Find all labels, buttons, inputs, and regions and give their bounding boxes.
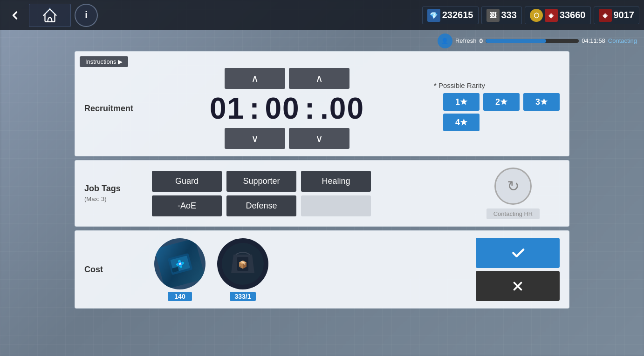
gray-badge: 🖼 333 <box>481 7 522 24</box>
cost-2-amount: 333/1 <box>230 292 255 301</box>
rarity-1-button[interactable]: 1★ <box>443 93 480 111</box>
cost-icon-inner-1: 💠 <box>154 238 206 289</box>
tag-empty-button <box>301 195 371 216</box>
refresh-section: 👤 Refresh 0 04:11:58 Contacting <box>438 34 637 48</box>
gold-value: 33660 <box>560 10 586 20</box>
tag-supporter-button[interactable]: Supporter <box>226 171 296 192</box>
action-buttons <box>476 238 560 301</box>
time-minutes: 00 <box>265 91 300 126</box>
hours-up-button[interactable]: ∧ <box>225 68 285 89</box>
lmd-value: 232615 <box>442 10 473 20</box>
svg-point-1 <box>52 10 54 12</box>
red-icon: ◈ <box>545 9 558 22</box>
progress-bar <box>486 39 579 43</box>
time-down-row: ∨ ∨ <box>225 128 349 149</box>
recruitment-label: Recruitment <box>84 104 145 114</box>
main-content: Instructions ▶ Recruitment ∧ ∧ 01 : 00 :… <box>75 51 569 347</box>
svg-text:📦: 📦 <box>238 260 247 269</box>
cost-item-2: 📦 333/1 <box>217 238 268 301</box>
instructions-button[interactable]: Instructions ▶ <box>80 56 128 67</box>
contacting-hr-label: Contacting HR <box>486 208 540 219</box>
red-value: 9017 <box>614 10 635 20</box>
tag-healing-button[interactable]: Healing <box>301 171 371 192</box>
refresh-avatar-icon: 👤 <box>438 34 452 48</box>
red-badge: ◈ 9017 <box>594 7 640 24</box>
home-button[interactable] <box>29 4 71 27</box>
top-bar-right: 💎 232615 🖼 333 ⬡ ◈ 33660 ◈ 9017 <box>422 7 639 24</box>
info-button[interactable]: i <box>75 4 98 27</box>
cost-icon-2: 📦 <box>217 238 268 289</box>
top-bar-left: i <box>5 4 98 27</box>
instructions-label: Instructions <box>85 58 116 65</box>
cost-items: 💠 140 📦 <box>154 238 466 301</box>
job-tags-label-wrap: Job Tags (Max: 3) <box>84 184 145 203</box>
time-up-row: ∧ ∧ <box>225 68 349 89</box>
refresh-hr-icon[interactable]: ↻ <box>494 168 532 205</box>
tag-aoe-button[interactable]: -AoE <box>152 195 222 216</box>
time-sep2: : <box>305 91 315 126</box>
svg-point-4 <box>55 13 56 14</box>
cost-1-amount: 140 <box>168 292 192 301</box>
hours-down-button[interactable]: ∨ <box>225 128 285 149</box>
tags-row-2: -AoE Defense <box>152 195 459 216</box>
job-tags-panel: Job Tags (Max: 3) Guard Supporter Healin… <box>75 160 569 227</box>
tags-grid: Guard Supporter Healing -AoE Defense <box>152 171 459 216</box>
cost-label: Cost <box>84 265 145 275</box>
possible-rarity-label: * Possible Rarity <box>434 81 485 89</box>
gray-value: 333 <box>501 10 517 20</box>
time-controls: ∧ ∧ 01 : 00 : .00 ∨ ∨ <box>154 68 420 149</box>
gray-icon: 🖼 <box>486 9 500 22</box>
gold-icon: ⬡ <box>530 9 543 22</box>
refresh-count: 0 <box>479 37 483 45</box>
time-seconds: .00 <box>320 91 364 126</box>
svg-point-3 <box>44 13 45 14</box>
time-sep1: : <box>249 91 260 126</box>
lmd-badge: 💎 232615 <box>422 7 479 24</box>
cancel-button[interactable] <box>476 271 560 301</box>
cost-panel: Cost 💠 140 <box>75 230 569 309</box>
gold-badge: ⬡ ◈ 33660 <box>525 7 591 24</box>
top-bar: i 💎 232615 🖼 333 ⬡ ◈ 33660 ◈ 9017 <box>0 0 644 30</box>
refresh-hr-section: ↻ Contacting HR <box>466 168 560 219</box>
sub-bar: 👤 Refresh 0 04:11:58 Contacting <box>438 30 644 51</box>
tag-defense-button[interactable]: Defense <box>226 195 296 216</box>
rarity-row-2: 4★ <box>443 114 560 131</box>
svg-point-0 <box>47 10 48 12</box>
time-display: 01 : 00 : .00 <box>210 91 364 126</box>
tag-guard-button[interactable]: Guard <box>152 171 222 192</box>
time-hours: 01 <box>210 91 245 126</box>
cost-icon-1: 💠 <box>154 238 206 289</box>
info-icon: i <box>85 10 88 20</box>
recruitment-panel: Instructions ▶ Recruitment ∧ ∧ 01 : 00 :… <box>75 51 569 156</box>
refresh-label: Refresh <box>455 37 477 44</box>
job-tags-label: Job Tags (Max: 3) <box>84 184 145 203</box>
rarity-3-button[interactable]: 3★ <box>523 93 560 111</box>
minutes-up-button[interactable]: ∧ <box>289 68 349 89</box>
tags-row-1: Guard Supporter Healing <box>152 171 459 192</box>
contacting-text: Contacting <box>608 37 637 44</box>
cost-item-1: 💠 140 <box>154 238 206 301</box>
rarity-row-1: 1★ 2★ 3★ <box>443 93 560 111</box>
svg-point-2 <box>49 7 51 9</box>
instructions-arrow: ▶ <box>118 58 123 65</box>
progress-bar-fill <box>486 39 546 43</box>
lmd-icon: 💎 <box>427 9 440 22</box>
rarity-2-button[interactable]: 2★ <box>483 93 520 111</box>
back-button[interactable] <box>5 5 25 26</box>
rarity-section: * Possible Rarity 1★ 2★ 3★ 4★ <box>429 81 560 131</box>
job-tags-sublabel: (Max: 3) <box>84 195 107 202</box>
cost-icon-inner-2: 📦 <box>222 243 264 285</box>
darkred-icon: ◈ <box>599 9 612 22</box>
minutes-down-button[interactable]: ∨ <box>289 128 349 149</box>
rarity-4-button[interactable]: 4★ <box>443 114 480 131</box>
timer-text: 04:11:58 <box>582 37 605 44</box>
confirm-button[interactable] <box>476 238 560 268</box>
rarity-grid: 1★ 2★ 3★ 4★ <box>443 93 560 131</box>
